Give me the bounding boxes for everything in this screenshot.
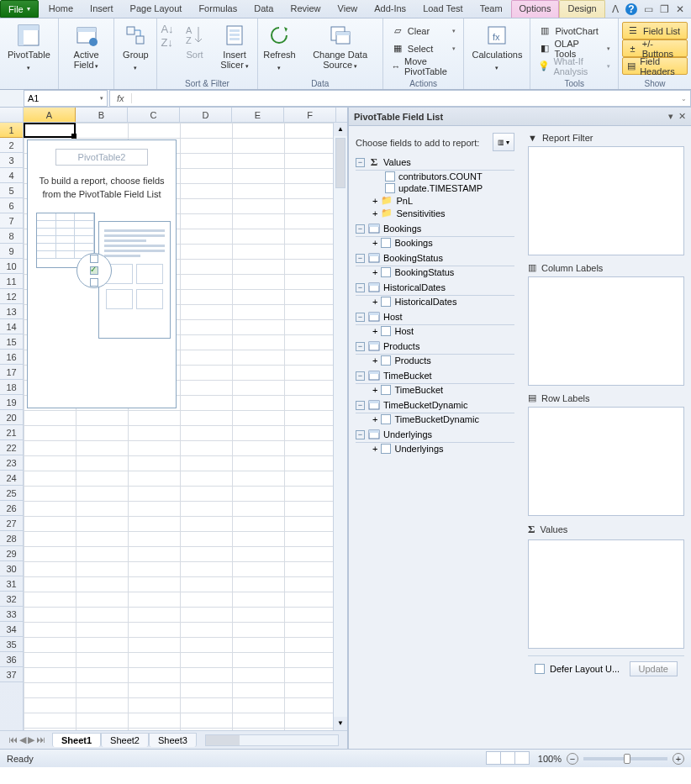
tab-options[interactable]: Options (511, 0, 560, 18)
tab-insert[interactable]: Insert (82, 0, 122, 18)
pivottable-button[interactable]: PivotTable (3, 20, 55, 76)
fx-icon[interactable]: fx (110, 93, 132, 103)
scroll-up-icon[interactable]: ▲ (334, 123, 347, 136)
field-dimension[interactable]: −HistoricalDates (356, 280, 514, 296)
row-header[interactable]: 15 (0, 334, 23, 350)
row-header[interactable]: 37 (0, 667, 23, 682)
collapse-icon[interactable]: − (356, 158, 365, 167)
field-headers-toggle[interactable]: ▤Field Headers (622, 57, 688, 75)
row-header[interactable]: 29 (0, 546, 23, 561)
sheet-nav[interactable]: ⏮◀▶⏭ (8, 734, 45, 745)
refresh-button[interactable]: Refresh (261, 20, 298, 76)
expand-icon[interactable]: + (372, 414, 377, 424)
field-checkbox[interactable] (381, 414, 391, 424)
row-header[interactable]: 1 (0, 123, 23, 138)
field-list-toggle[interactable]: ☰Field List (622, 22, 688, 39)
expand-icon[interactable]: + (372, 326, 377, 336)
row-header[interactable]: 16 (0, 350, 23, 365)
vertical-scrollbar[interactable]: ▲ ▼ (333, 123, 347, 730)
tab-formulas[interactable]: Formulas (190, 0, 245, 18)
window-restore-icon[interactable]: ❐ (660, 3, 669, 15)
row-header[interactable]: 18 (0, 380, 23, 395)
formula-expand-icon[interactable]: ⌄ (677, 95, 690, 103)
scroll-down-icon[interactable]: ▼ (334, 717, 347, 730)
window-close-icon[interactable]: ✕ (676, 3, 684, 15)
expand-icon[interactable]: + (372, 196, 377, 206)
tab-add-ins[interactable]: Add-Ins (366, 0, 414, 18)
change-data-source-button[interactable]: Change Data Source (301, 20, 378, 76)
field-item[interactable]: +Products (372, 355, 514, 366)
view-buttons[interactable] (487, 751, 530, 766)
name-box[interactable]: ▾ (24, 90, 108, 107)
field-item[interactable]: update.TIMESTAMP (385, 182, 514, 194)
tab-team[interactable]: Team (472, 0, 511, 18)
calculations-button[interactable]: fx Calculations (467, 20, 526, 76)
zoom-out-icon[interactable]: − (567, 753, 578, 765)
field-item[interactable]: +TimeBucketDynamic (372, 413, 514, 425)
olap-tools-button[interactable]: ◧OLAP Tools▾ (534, 39, 615, 57)
defer-checkbox[interactable] (535, 664, 545, 674)
sort-button[interactable]: AZ Sort (177, 20, 213, 76)
field-item[interactable]: +HistoricalDates (372, 296, 514, 308)
row-header[interactable]: 5 (0, 183, 23, 198)
field-list-dropdown-icon[interactable]: ▾ (668, 111, 673, 122)
field-item[interactable]: +BookingStatus (372, 266, 514, 278)
window-minimize-icon[interactable]: ▭ (644, 3, 653, 15)
group-button[interactable]: Group (118, 20, 153, 76)
field-checkbox[interactable] (381, 326, 391, 336)
row-header[interactable]: 13 (0, 304, 23, 319)
expand-icon[interactable]: + (372, 238, 377, 248)
help-icon[interactable]: ? (625, 3, 637, 15)
expand-buttons-toggle[interactable]: ±+/- Buttons (622, 39, 688, 57)
field-checkbox[interactable] (381, 238, 391, 248)
name-box-dropdown-icon[interactable]: ▾ (100, 95, 103, 102)
expand-icon[interactable]: + (372, 208, 377, 218)
column-header[interactable]: F (284, 108, 336, 122)
tab-data[interactable]: Data (245, 0, 282, 18)
select-all-corner[interactable] (0, 108, 24, 122)
field-item[interactable]: +📁Sensitivities (372, 207, 514, 219)
collapse-icon[interactable]: − (356, 313, 365, 322)
column-header[interactable]: B (76, 108, 128, 122)
column-header[interactable]: E (232, 108, 284, 122)
row-header[interactable]: 7 (0, 213, 23, 229)
field-item[interactable]: contributors.COUNT (385, 171, 514, 182)
name-box-input[interactable] (28, 93, 87, 103)
row-header[interactable]: 23 (0, 455, 23, 471)
column-labels-area[interactable]: ▥Column Labels (528, 262, 684, 386)
active-cell[interactable] (24, 123, 76, 138)
expand-icon[interactable]: + (372, 444, 377, 454)
row-labels-area[interactable]: ▤Row Labels (528, 392, 684, 516)
field-dimension[interactable]: −Products (356, 339, 514, 355)
sheet-tab[interactable]: Sheet1 (52, 733, 101, 747)
row-header[interactable]: 32 (0, 592, 23, 607)
field-item[interactable]: +Bookings (372, 237, 514, 249)
field-checkbox[interactable] (385, 171, 395, 182)
tab-file[interactable]: File (0, 0, 39, 18)
tab-view[interactable]: View (330, 0, 367, 18)
sort-desc-icon[interactable]: Z↓ (161, 36, 173, 49)
report-filter-area[interactable]: ▼Report Filter (528, 133, 684, 255)
row-header[interactable]: 4 (0, 168, 23, 183)
row-header[interactable]: 9 (0, 244, 23, 259)
row-header[interactable]: 24 (0, 471, 23, 486)
tab-design[interactable]: Design (559, 0, 604, 18)
field-list-close-icon[interactable]: ✕ (678, 111, 686, 122)
row-header[interactable]: 28 (0, 531, 23, 546)
zoom-control[interactable]: 100% − + (538, 753, 684, 765)
row-header[interactable]: 25 (0, 486, 23, 501)
expand-icon[interactable]: + (372, 267, 377, 277)
collapse-icon[interactable]: − (356, 371, 365, 381)
field-list-layout-button[interactable]: ▥ ▾ (493, 133, 514, 151)
row-header[interactable]: 21 (0, 425, 23, 440)
field-checkbox[interactable] (381, 444, 391, 454)
row-header[interactable]: 17 (0, 365, 23, 380)
row-header[interactable]: 10 (0, 259, 23, 274)
values-area[interactable]: ΣValues (528, 523, 684, 649)
active-field-button[interactable]: Active Field (62, 20, 111, 76)
row-header[interactable]: 2 (0, 138, 23, 153)
sheet-tab[interactable]: Sheet2 (101, 733, 149, 747)
select-button[interactable]: ▦Select▾ (387, 39, 461, 57)
field-dimension[interactable]: −ΣValues (356, 155, 514, 171)
row-header[interactable]: 34 (0, 622, 23, 637)
